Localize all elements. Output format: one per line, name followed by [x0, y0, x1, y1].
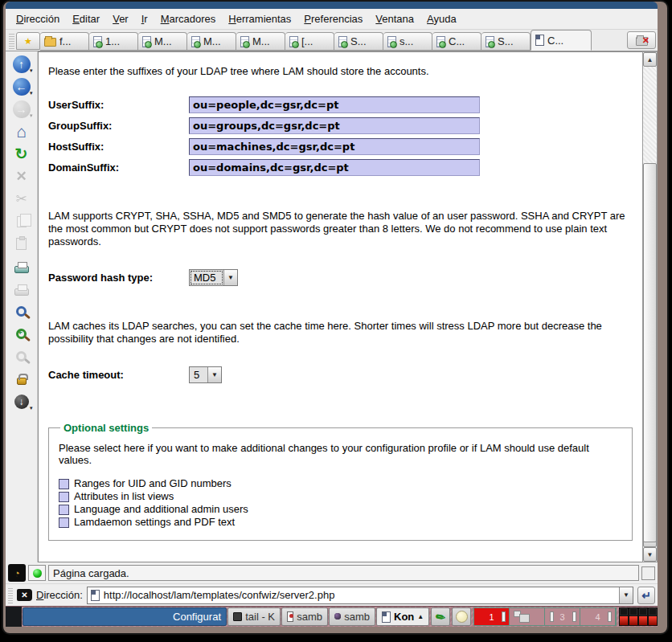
- tab-5[interactable]: M...: [236, 32, 285, 51]
- html-page-icon: [486, 36, 494, 47]
- menu-preferencias[interactable]: Preferencias: [298, 10, 368, 27]
- zoom-in-icon[interactable]: +: [10, 324, 33, 344]
- menu-herramientas[interactable]: Herramientas: [223, 10, 297, 27]
- menu-ir[interactable]: Ir: [136, 10, 154, 27]
- user-suffix-input[interactable]: [189, 96, 480, 113]
- zoom-out-icon: [10, 346, 33, 366]
- scrollbar-thumb[interactable]: [643, 163, 657, 542]
- menu-marcadores[interactable]: Marcadores: [155, 10, 222, 27]
- tab-8[interactable]: s...: [383, 32, 432, 51]
- pager-desktop-1[interactable]: 1: [474, 608, 510, 625]
- copy-icon: [10, 211, 33, 231]
- attributes-checkbox[interactable]: [59, 492, 69, 502]
- scroll-up-button[interactable]: ▲: [643, 52, 657, 67]
- password-hash-value: MD5: [190, 270, 223, 285]
- terminal-icon: [233, 612, 242, 621]
- download-icon[interactable]: ↓▾: [10, 391, 33, 411]
- konqueror-window: Dirección Editar Ver Ir Marcadores Herra…: [2, 0, 669, 635]
- cut-icon: ✂: [10, 189, 33, 209]
- addressbar-grip[interactable]: [8, 587, 13, 603]
- tab-9[interactable]: C...: [432, 32, 481, 51]
- ranges-checkbox[interactable]: [59, 479, 69, 489]
- html-page-icon: [191, 36, 200, 47]
- menu-editar[interactable]: Editar: [67, 10, 105, 27]
- page-icon: [91, 590, 100, 601]
- tab-11-active[interactable]: C...: [531, 30, 592, 51]
- tab-4[interactable]: M...: [187, 32, 236, 51]
- location-dropdown-icon[interactable]: ▼: [619, 587, 633, 603]
- chevron-down-icon[interactable]: ▼: [223, 270, 237, 285]
- reload-icon[interactable]: ↻: [10, 144, 33, 164]
- go-button[interactable]: ↵: [637, 587, 655, 604]
- task-tail[interactable]: tail - K: [227, 607, 281, 626]
- user-suffix-label: UserSuffix:: [48, 99, 189, 111]
- new-tab-button[interactable]: ★: [16, 32, 40, 50]
- pager-desktop-2[interactable]: [510, 608, 545, 625]
- stop-icon: ✕: [10, 166, 33, 186]
- url-text[interactable]: http://localhost/lam/templates/confwiz/s…: [104, 589, 615, 601]
- up-icon[interactable]: ↑▾: [10, 54, 33, 74]
- task-konqueror[interactable]: Kon▲: [376, 607, 429, 626]
- pager-desktop-3[interactable]: 3: [545, 608, 580, 625]
- password-hash-row: Password hash type: MD5 ▼: [48, 269, 642, 286]
- tab-7[interactable]: S...: [334, 32, 383, 51]
- task-samba-2[interactable]: samb: [329, 607, 375, 626]
- address-bar: ✕ Dirección: http://localhost/lam/templa…: [6, 583, 658, 606]
- task-configuration[interactable]: Configurat: [23, 607, 227, 626]
- tray-pen-icon[interactable]: ✎: [431, 607, 450, 626]
- status-bar: ◔ Página cargada.: [6, 562, 658, 583]
- forward-icon: →▾: [10, 99, 33, 119]
- password-hash-select[interactable]: MD5 ▼: [189, 269, 238, 286]
- task-label: samb: [344, 611, 370, 623]
- toolbar-grip[interactable]: [9, 33, 14, 49]
- window-titlebar[interactable]: [6, 2, 658, 9]
- tab-6[interactable]: [...: [285, 32, 334, 51]
- resize-grip[interactable]: [641, 566, 655, 580]
- attributes-checkbox-label: Attributes in list views: [74, 490, 174, 503]
- back-icon[interactable]: ←▾: [10, 76, 33, 96]
- tab-label: S...: [498, 35, 514, 47]
- host-suffix-input[interactable]: [189, 138, 480, 155]
- location-input[interactable]: http://localhost/lam/templates/confwiz/s…: [87, 587, 633, 604]
- close-tab-button[interactable]: ✕: [627, 31, 656, 49]
- new-tab-icon: ★: [24, 37, 32, 46]
- ranges-checkbox-label: Ranges for UID and GID numbers: [74, 477, 232, 490]
- domain-suffix-label: DomainSuffix:: [48, 162, 189, 174]
- tab-2[interactable]: 1...: [89, 32, 138, 51]
- menu-direccion[interactable]: Dirección: [10, 10, 65, 27]
- security-icon[interactable]: [10, 369, 33, 389]
- task-samba-1[interactable]: samb: [281, 607, 328, 626]
- tray-bulb-icon[interactable]: [452, 607, 471, 626]
- task-group-arrow-icon: ▲: [417, 613, 424, 620]
- chevron-down-icon[interactable]: ▼: [207, 367, 221, 382]
- print-icon[interactable]: [10, 256, 33, 276]
- find-icon[interactable]: [10, 301, 33, 321]
- throbber-icon: ◔: [8, 564, 26, 582]
- domain-suffix-input[interactable]: [189, 159, 480, 176]
- group-suffix-input[interactable]: [189, 117, 480, 134]
- host-suffix-row: HostSuffix:: [48, 138, 642, 155]
- checkbox-row-language: Language and additional admin users: [59, 503, 622, 516]
- pager-desktop-4[interactable]: 4: [580, 608, 616, 625]
- desktop-number: 1: [489, 612, 494, 622]
- group-suffix-label: GroupSuffix:: [48, 120, 189, 132]
- tab-10[interactable]: S...: [481, 32, 531, 51]
- clear-location-icon[interactable]: ✕: [17, 589, 32, 601]
- language-checkbox[interactable]: [59, 505, 69, 515]
- menu-ver[interactable]: Ver: [107, 10, 134, 27]
- vertical-scrollbar[interactable]: ▲ ▲ ▼: [642, 51, 658, 562]
- checkbox-row-attributes: Attributes in list views: [59, 490, 622, 503]
- scroll-down-button[interactable]: ▼: [643, 547, 657, 562]
- tab-label: M...: [154, 35, 172, 47]
- scrollbar-track[interactable]: [643, 67, 657, 533]
- tab-3[interactable]: M...: [138, 32, 187, 51]
- cache-timeout-select[interactable]: 5 ▼: [189, 366, 222, 383]
- tab-1[interactable]: f...: [40, 32, 89, 51]
- menu-ventana[interactable]: Ventana: [370, 10, 420, 27]
- checkbox-row-ranges: Ranges for UID and GID numbers: [59, 477, 622, 490]
- security-led-cell: [28, 565, 46, 581]
- lamdaemon-checkbox[interactable]: [59, 517, 69, 528]
- home-icon[interactable]: ⌂: [10, 121, 33, 141]
- menu-ayuda[interactable]: Ayuda: [421, 10, 462, 27]
- print-frame-icon: [10, 279, 33, 299]
